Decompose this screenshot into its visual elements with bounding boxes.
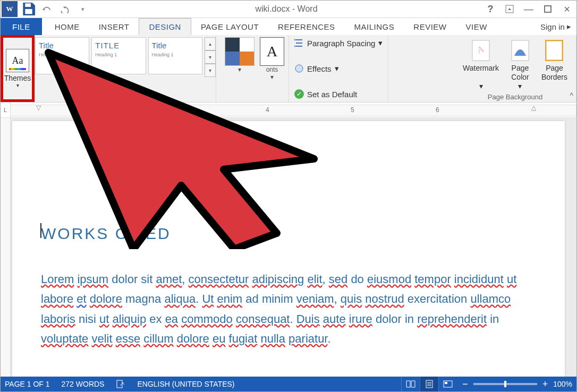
fonts-label[interactable]: onts▾ [260, 66, 284, 81]
tab-pagelayout[interactable]: PAGE LAYOUT [191, 18, 268, 35]
qat-customize-button[interactable]: ▾ [74, 1, 92, 18]
document-content[interactable]: WORKS CITED Lorem ipsum dolor sit amet, … [41, 220, 533, 361]
page-color-label: Page Color [511, 64, 529, 82]
effects-icon [294, 64, 304, 73]
tab-references[interactable]: REFERENCES [268, 18, 345, 35]
style-set-item[interactable]: Title Heading 1 [35, 37, 89, 74]
status-words[interactable]: 272 WORDS [62, 380, 105, 388]
style-title: TITLE [95, 41, 142, 50]
print-layout-button[interactable] [420, 377, 438, 391]
set-as-default-label: Set as Default [307, 90, 357, 99]
effects-button[interactable]: Effects ▾ [294, 64, 383, 73]
tab-file[interactable]: FILE [1, 18, 42, 35]
gallery-scrollbar: ▴ ▾ ▾ [205, 37, 216, 77]
undo-button[interactable] [38, 1, 56, 18]
tab-mailings[interactable]: MAILINGS [345, 18, 404, 35]
fonts-icon-text: A [267, 43, 277, 60]
check-icon: ✓ [294, 89, 304, 99]
page-color-button[interactable]: Page Color ▾ [505, 37, 535, 93]
body-paragraph[interactable]: Lorem ipsum dolor sit amet, consectetur … [41, 269, 533, 349]
style-set-item[interactable]: TITLE Heading 1 [91, 37, 146, 74]
zoom-controls: − + 100% [462, 379, 572, 390]
group-label-page-background: Page Background [459, 93, 572, 102]
vertical-ruler[interactable] [1, 118, 11, 384]
page-borders-button[interactable]: Page Borders [537, 37, 572, 93]
heading-works-cited[interactable]: WORKS CITED [41, 220, 533, 247]
proofing-icon [116, 379, 125, 389]
close-button[interactable]: × [557, 1, 576, 18]
page[interactable]: WORKS CITED Lorem ipsum dolor sit amet, … [12, 121, 565, 384]
collapse-ribbon-button[interactable]: ^ [570, 91, 573, 100]
group-page-background: A Watermark▾ Page Color ▾ Page Borders P… [454, 35, 576, 102]
document-area: WORKS CITED Lorem ipsum dolor sit amet, … [1, 118, 576, 384]
ruler-number: 5 [351, 106, 354, 114]
themes-button[interactable]: Aa Themes ▾ [1, 35, 35, 102]
themes-icon-text: Aa [12, 55, 23, 66]
tab-review[interactable]: REVIEW [404, 18, 456, 35]
colors-drop[interactable]: ▾ [225, 66, 254, 73]
zoom-slider[interactable] [473, 383, 537, 385]
status-bar: PAGE 1 OF 1 272 WORDS ENGLISH (UNITED ST… [1, 377, 576, 391]
page-borders-icon [544, 39, 565, 62]
title-bar: W ▾ wiki.docx - Word ? — × [1, 1, 576, 18]
tab-home[interactable]: HOME [45, 18, 89, 35]
zoom-out-button[interactable]: − [462, 379, 468, 390]
tab-selector[interactable]: L [1, 103, 11, 117]
gallery-expand[interactable]: ▾ [205, 64, 216, 77]
gallery-scroll-up[interactable]: ▴ [205, 37, 216, 50]
svg-point-4 [295, 65, 303, 72]
paragraph-spacing-label: Paragraph Spacing [307, 39, 375, 48]
right-indent-marker-icon[interactable]: △ [531, 104, 536, 112]
redo-button[interactable] [56, 1, 74, 18]
view-buttons [401, 377, 457, 391]
zoom-level[interactable]: 100% [553, 380, 572, 388]
help-button[interactable]: ? [481, 1, 500, 18]
status-proofing[interactable] [116, 379, 125, 389]
svg-rect-1 [25, 9, 32, 14]
style-sub: Heading 1 [39, 52, 86, 57]
style-set-item[interactable]: Title Heading 1 [148, 37, 202, 74]
watermark-button[interactable]: A Watermark▾ [459, 37, 503, 93]
style-title: Title [152, 41, 199, 50]
paragraph-spacing-icon [294, 38, 304, 48]
chevron-down-icon: ▾ [16, 82, 19, 88]
watermark-label: Watermark [463, 64, 499, 73]
group-colors-fonts: ▾ A onts▾ [216, 35, 288, 102]
group-themes: Aa Themes ▾ [1, 35, 35, 102]
save-button[interactable] [20, 1, 38, 18]
ribbon-tabs: FILE HOME INSERT DESIGN PAGE LAYOUT REFE… [1, 18, 576, 35]
word-logo-icon: W [2, 1, 18, 17]
gallery-scroll-down[interactable]: ▾ [205, 50, 216, 64]
themes-icon: Aa [6, 49, 29, 72]
indent-marker-icon[interactable]: ▽ [36, 104, 41, 112]
maximize-button[interactable] [538, 1, 557, 18]
tab-design[interactable]: DESIGN [139, 18, 191, 35]
tab-insert[interactable]: INSERT [89, 18, 139, 35]
set-as-default-button[interactable]: ✓ Set as Default [294, 89, 383, 99]
svg-rect-0 [25, 3, 31, 7]
ruler-number: 3 [181, 106, 184, 114]
window-title: wiki.docx - Word [92, 4, 481, 14]
zoom-in-button[interactable]: + [542, 379, 548, 390]
read-mode-button[interactable] [401, 377, 420, 391]
effects-label: Effects [307, 64, 332, 73]
status-page[interactable]: PAGE 1 OF 1 [5, 380, 50, 388]
group-spacing-effects: Paragraph Spacing ▾ Effects ▾ ✓ Set as D… [288, 35, 388, 102]
style-title: Title [39, 41, 86, 50]
status-language[interactable]: ENGLISH (UNITED STATES) [137, 380, 234, 388]
paragraph-spacing-button[interactable]: Paragraph Spacing ▾ [294, 38, 383, 48]
fonts-button[interactable]: A [260, 37, 284, 66]
web-layout-button[interactable] [438, 377, 457, 391]
themes-label: Themes [4, 74, 31, 82]
window-controls: ? — × [481, 1, 576, 18]
page-borders-label: Page Borders [541, 64, 567, 82]
minimize-button[interactable]: — [519, 1, 538, 18]
sign-in-link[interactable]: Sign in ▸ [535, 18, 576, 35]
horizontal-ruler[interactable]: L ▽ 3 4 5 6 △ [1, 103, 576, 118]
watermark-icon: A [470, 39, 491, 62]
tab-view[interactable]: VIEW [456, 18, 496, 35]
svg-rect-8 [546, 40, 563, 61]
style-sub: Heading 1 [152, 52, 199, 57]
colors-button[interactable] [225, 37, 254, 66]
ribbon-display-button[interactable] [500, 1, 519, 18]
